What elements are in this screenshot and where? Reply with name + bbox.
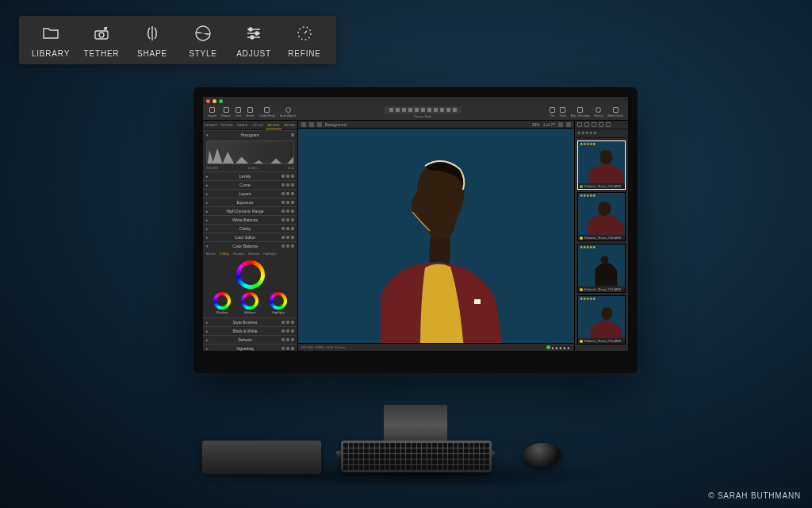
focus-button[interactable]: Focus [595, 107, 603, 117]
window-minimize-icon[interactable] [213, 99, 216, 103]
filter-icon[interactable] [592, 122, 596, 127]
section-curve[interactable]: ▸Curve [203, 180, 297, 189]
callout-shape[interactable]: SHAPE [127, 19, 178, 61]
photo-credit: © SARAH BUTHMANN [708, 491, 801, 500]
section-style-brushes[interactable]: ▸Style Brushes [203, 318, 297, 326]
color-wheel[interactable] [236, 260, 265, 289]
thumb-filename: Editorial_Shoot_293.ARW [584, 236, 621, 240]
section-dehaze[interactable]: ▸Dehaze [203, 335, 297, 344]
callout-style[interactable]: STYLE [178, 19, 228, 61]
cursor-tools[interactable] [385, 106, 462, 114]
layer-indicator[interactable]: Background [325, 122, 347, 127]
cursor-tool-icon[interactable] [440, 108, 444, 112]
section-clarity[interactable]: ▸Clarity [203, 224, 297, 233]
section-layers[interactable]: ▸Layers [203, 189, 297, 198]
window-close-icon[interactable] [206, 99, 210, 103]
section-levels[interactable]: ▸Levels [203, 171, 297, 180]
filter-icon[interactable] [577, 122, 582, 127]
tool-tab-adjust[interactable]: ADJUST [266, 121, 282, 129]
highlight-label: Highlight [270, 310, 287, 314]
thumb-tag-icon [580, 340, 583, 343]
thumb-rating: ★★★★★ [578, 141, 625, 147]
section-color-balance[interactable]: ▾Color Balance [203, 241, 297, 250]
callout-adjust[interactable]: ADJUST [228, 19, 279, 61]
callout-library[interactable]: LIBRARY [25, 19, 76, 61]
section-hdr[interactable]: ▸High Dynamic Range [203, 206, 297, 215]
tool-tab-tether[interactable]: TETHER [219, 121, 235, 129]
cursor-tool-icon[interactable] [446, 108, 450, 112]
auto-adjust-button[interactable]: Auto Adjust [280, 107, 296, 117]
view-mode-2-icon[interactable] [309, 122, 314, 127]
zoom-level[interactable]: 33% [532, 122, 540, 127]
browser-thumb[interactable]: ★★★★★ Editorial_Shoot_292.ARW [577, 140, 626, 190]
cb-tab-3way[interactable]: 3-Way [220, 252, 228, 256]
image-viewer[interactable] [298, 129, 574, 343]
live-button[interactable]: Live [236, 107, 241, 117]
reset-button[interactable]: Reset [246, 107, 254, 117]
viewer-area: Background 33% 1 of 77 [298, 121, 574, 351]
color-balance-three-wheels: Shadow Midtone Highlight [203, 291, 297, 318]
tool-tab-refine[interactable]: REFINE [282, 121, 297, 129]
export-button[interactable]: Export [221, 107, 231, 117]
workspace: LIBRARY TETHER SHAPE STYLE ADJUST REFINE… [203, 121, 628, 351]
grid-button[interactable]: Grid [560, 107, 566, 117]
undo-redo-button[interactable]: Undo/Redo [259, 107, 275, 117]
auto-icon [285, 107, 291, 113]
tool-tab-shape[interactable]: SHAPE [235, 121, 251, 129]
exp-warning-button[interactable]: Exp. Warning [571, 107, 590, 117]
callout-tether[interactable]: TETHER [76, 19, 127, 61]
cursor-tool-icon[interactable] [402, 108, 406, 112]
callout-refine[interactable]: REFINE [279, 19, 330, 61]
star-filter[interactable]: ★★★★★ [575, 129, 628, 138]
cursor-tool-icon[interactable] [434, 108, 438, 112]
shadow-wheel[interactable] [213, 292, 231, 310]
filter-icon[interactable] [606, 122, 611, 127]
tool-tab-library[interactable]: LIBRARY [203, 121, 219, 129]
filter-icon[interactable] [599, 122, 603, 127]
rating-stars[interactable]: ★★★★★ [551, 346, 571, 350]
browser-thumb[interactable]: ★★★★★ Editorial_Shoot_295.ARW [577, 295, 626, 344]
cursor-tool-icon[interactable] [415, 108, 419, 112]
svg-point-5 [251, 36, 254, 39]
browser-thumb[interactable]: ★★★★★ Editorial_Shoot_293.ARW [577, 192, 626, 241]
section-bw[interactable]: ▸Black & White [203, 326, 297, 335]
cursor-tool-icon[interactable] [427, 108, 431, 112]
import-button[interactable]: Import [208, 107, 216, 117]
cursor-tools-group: Cursor Tools [385, 106, 462, 118]
section-actions[interactable] [291, 133, 294, 137]
main-toolbar: Import Export Live Reset Undo/Redo Auto … [203, 105, 628, 121]
cb-tab-midtone[interactable]: Midtone [248, 252, 259, 256]
section-white-balance[interactable]: ▸White Balance [203, 215, 297, 224]
cursor-tool-icon[interactable] [421, 108, 425, 112]
edits-button[interactable]: Edits/Undo [607, 107, 623, 117]
viewer-option-icon[interactable] [558, 122, 563, 127]
section-vignetting[interactable]: ▸Vignetting [203, 344, 297, 351]
export-icon [224, 107, 229, 113]
filter-icon[interactable] [584, 122, 589, 127]
cursor-tool-icon[interactable] [396, 108, 400, 112]
color-tag-icon[interactable] [546, 345, 550, 349]
tool-tab-style[interactable]: STYLE [250, 121, 266, 129]
midtone-wheel[interactable] [241, 292, 259, 310]
section-color-editor[interactable]: ▸Color Editor [203, 233, 297, 241]
callout-label: STYLE [189, 49, 217, 58]
window-zoom-icon[interactable] [219, 99, 223, 103]
tool-tab-strip: LIBRARY TETHER SHAPE STYLE ADJUST REFINE [203, 121, 297, 130]
viewer-option-icon[interactable] [566, 122, 571, 127]
cursor-tool-icon[interactable] [408, 108, 412, 112]
browser-filters [575, 121, 628, 129]
section-exposure[interactable]: ▸Exposure [203, 198, 297, 206]
view-mode-1-icon[interactable] [301, 122, 306, 127]
cursor-tool-icon[interactable] [389, 108, 393, 112]
histogram-graph[interactable] [206, 140, 294, 164]
cb-tab-shadow[interactable]: Shadow [233, 252, 244, 256]
cb-tab-master[interactable]: Master [206, 252, 216, 256]
highlight-wheel[interactable] [270, 292, 287, 310]
style-swirl-icon [193, 24, 213, 44]
view-mode-3-icon[interactable] [317, 122, 322, 127]
grid-on-button[interactable]: On [550, 107, 555, 117]
histogram-header[interactable]: ▾ Histogram [203, 130, 297, 139]
browser-thumb[interactable]: ★★★★★ Editorial_Shoot_294.ARW [577, 244, 626, 293]
cursor-tool-icon[interactable] [453, 108, 457, 112]
cb-tab-highlight[interactable]: Highlight [263, 252, 276, 256]
